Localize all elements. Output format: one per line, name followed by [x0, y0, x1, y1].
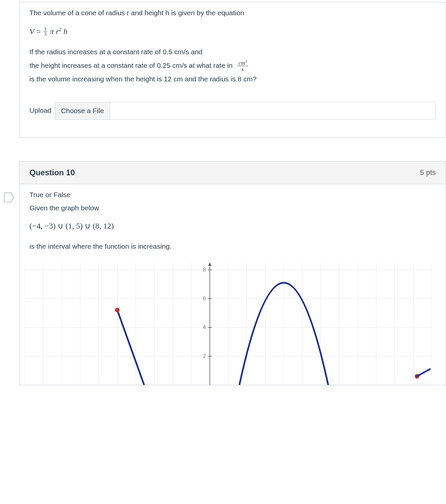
formula-lhs: V — [29, 24, 34, 39]
q9-line1: The volume of a cone of radius r and hei… — [29, 6, 436, 20]
formula-pi: π — [50, 24, 54, 39]
svg-text:8: 8 — [203, 267, 206, 273]
question-10-card: Question 10 5 pts True or False Given th… — [19, 161, 446, 386]
file-name-field[interactable] — [110, 102, 436, 119]
svg-point-39 — [115, 308, 120, 313]
choose-file-button[interactable]: Choose a File — [55, 102, 111, 120]
svg-text:6: 6 — [203, 296, 206, 301]
q10-line2: Given the graph below — [29, 201, 436, 215]
formula-h: h — [64, 24, 67, 39]
formula-one-third: 1 3 — [43, 26, 48, 37]
question-title: Question 10 — [29, 168, 75, 177]
q9-line2: If the radius increases at a constant ra… — [29, 45, 436, 59]
question-9-card: The volume of a cone of radius r and hei… — [19, 2, 446, 138]
q10-line1: True or False — [29, 188, 436, 202]
formula-r: r2 — [56, 24, 62, 39]
svg-marker-37 — [208, 263, 211, 266]
svg-line-41 — [417, 369, 430, 376]
q9-line4: is the volume increasing when the height… — [29, 72, 436, 86]
question-points: 5 pts — [420, 168, 436, 177]
q10-intervals: (−4, −3) ∪ (1, 5) ∪ (8, 12) — [29, 218, 436, 234]
rate-unit: cm3 s — [237, 60, 248, 72]
frac-num: 1 — [43, 26, 47, 32]
svg-text:4: 4 — [203, 324, 206, 330]
q9-line3-text: the height increases at a constant rate … — [29, 62, 233, 69]
q9-line3: the height increases at a constant rate … — [29, 59, 436, 72]
question-flag-icon[interactable] — [3, 192, 15, 203]
formula-equals: = — [36, 24, 41, 39]
svg-text:2: 2 — [203, 353, 206, 359]
q10-line3: is the interval where the function is in… — [29, 240, 436, 253]
function-graph: 2468 — [25, 263, 440, 385]
file-upload-row: Upload Choose a File — [29, 102, 436, 120]
svg-line-38 — [117, 310, 144, 385]
upload-label: Upload — [29, 104, 52, 117]
question-10-header: Question 10 5 pts — [20, 161, 446, 184]
q9-formula: V = 1 3 π r2 h — [29, 24, 436, 39]
frac-den: 3 — [43, 32, 47, 37]
